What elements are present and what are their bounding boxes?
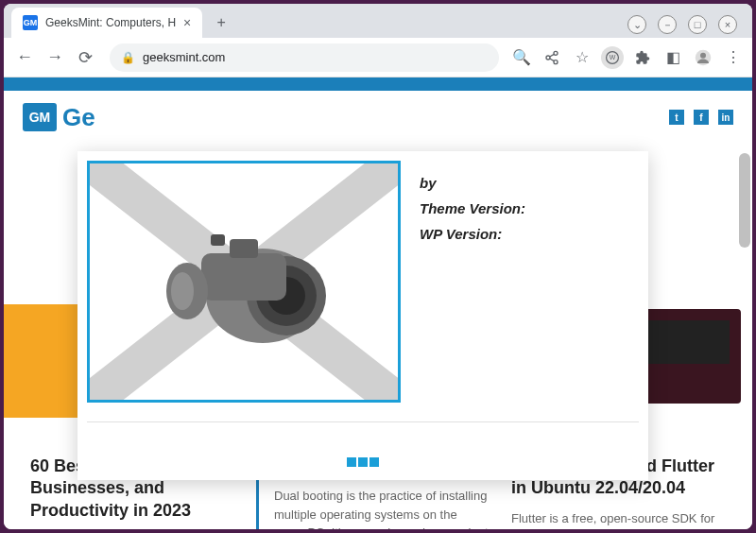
social-links: t f in [669,110,733,125]
extensions-icon[interactable] [631,46,654,69]
twitter-icon[interactable]: t [669,110,684,125]
reload-button[interactable]: ⟳ [72,44,98,71]
camera-icon [140,201,348,352]
toolbar: ← → ⟳ 🔒 geeksmint.com 🔍 ☆ W ◧ ⋮ [4,38,752,77]
sidepanel-icon[interactable]: ◧ [662,46,684,69]
svg-rect-16 [211,234,225,246]
tab-strip: GM GeeksMint: Computers, H × + ⌄ － □ × [4,4,752,38]
new-tab-button[interactable]: + [208,9,234,36]
facebook-icon[interactable]: f [694,110,709,125]
svg-rect-15 [230,239,258,258]
top-banner [4,77,752,91]
theme-version-label: Theme Version: [420,196,525,221]
theme-info-popup: by Theme Version: WP Version: [77,151,648,480]
close-window-button[interactable]: × [718,15,737,34]
svg-point-18 [171,272,194,310]
bookmark-icon[interactable]: ☆ [571,46,593,69]
chevron-down-icon[interactable]: ⌄ [627,15,646,34]
zoom-icon[interactable]: 🔍 [510,46,533,69]
address-bar[interactable]: 🔒 geeksmint.com [110,43,499,72]
svg-rect-14 [201,253,286,301]
wordpress-extension-icon[interactable]: W [601,46,624,69]
logo-badge: GM [23,103,57,131]
menu-icon[interactable]: ⋮ [722,46,745,69]
browser-tab[interactable]: GM GeeksMint: Computers, H × [11,8,202,38]
svg-point-1 [546,56,550,60]
site-logo[interactable]: GM Ge [23,103,95,132]
svg-point-0 [554,51,558,55]
missing-image-placeholder [87,161,401,403]
by-label: by [420,170,525,196]
loading-indicator [347,457,379,467]
site-header: GM Ge t f in [4,91,752,144]
wp-version-label: WP Version: [420,221,525,247]
divider [87,421,639,422]
svg-text:W: W [610,54,616,60]
favicon: GM [23,15,38,30]
share-icon[interactable] [541,46,563,69]
article-excerpt: Flutter is a free, open-source SDK for c… [511,509,726,529]
browser-window: GM GeeksMint: Computers, H × + ⌄ － □ × ←… [4,4,752,529]
maximize-button[interactable]: □ [688,15,707,34]
page-content: GM Ge t f in 60 Best AI Tools for Busine… [4,77,752,529]
linkedin-icon[interactable]: in [718,110,733,125]
url-text: geeksmint.com [143,50,225,64]
minimize-button[interactable]: － [658,15,677,34]
svg-point-2 [554,60,558,63]
svg-line-3 [550,54,555,57]
back-button[interactable]: ← [11,44,38,71]
scrollbar[interactable] [739,153,750,248]
article-excerpt: Dual booting is the practice of installi… [274,487,489,529]
theme-info: by Theme Version: WP Version: [420,161,525,403]
window-controls: ⌄ － □ × [627,15,745,38]
tab-title: GeeksMint: Computers, H [45,16,176,29]
svg-point-8 [700,52,706,58]
profile-icon[interactable] [692,46,714,69]
close-tab-icon[interactable]: × [183,15,191,30]
svg-line-4 [550,59,555,61]
forward-button[interactable]: → [42,44,68,71]
lock-icon: 🔒 [121,51,135,64]
toolbar-actions: 🔍 ☆ W ◧ ⋮ [510,46,745,69]
logo-text: Ge [62,103,95,132]
